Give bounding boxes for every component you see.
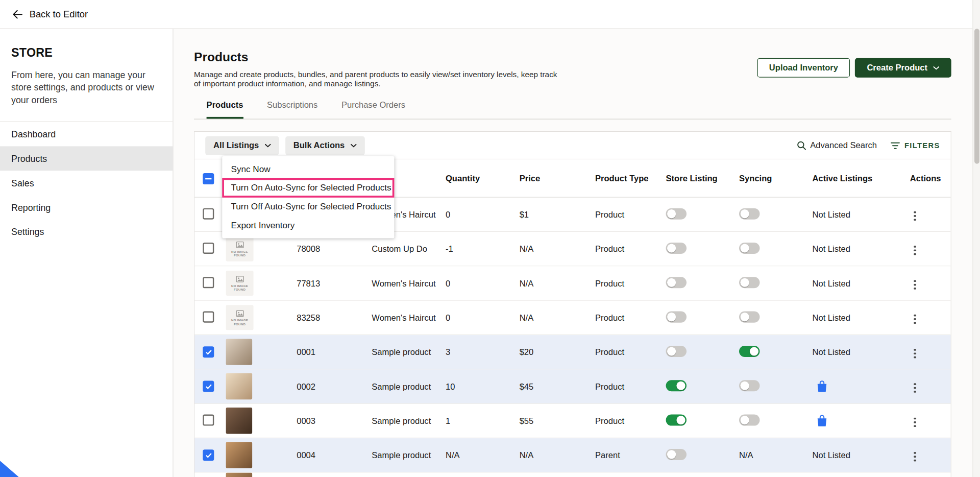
row-checkbox[interactable]: [203, 346, 214, 357]
product-name: Women's Haircut: [372, 313, 446, 322]
sidebar-item-dashboard[interactable]: Dashboard: [0, 122, 173, 147]
bulk-menu-item[interactable]: Sync Now: [222, 159, 394, 178]
syncing-toggle[interactable]: [739, 311, 760, 322]
store-listing-toggle[interactable]: [666, 208, 687, 219]
upload-inventory-button[interactable]: Upload Inventory: [757, 58, 850, 78]
row-actions-button[interactable]: [910, 449, 920, 464]
row-checkbox[interactable]: [203, 277, 214, 288]
product-image: [226, 339, 252, 365]
bulk-menu-item[interactable]: Turn Off Auto-Sync for Selected Products: [222, 197, 394, 216]
sidebar-nav: DashboardProductsSalesReportingSettings: [0, 122, 173, 244]
product-sku: 77813: [297, 278, 372, 288]
table-row: 0004Sample productN/AN/AParentN/ANot Lis…: [194, 438, 950, 472]
chevron-down-icon: [350, 144, 356, 147]
image-icon: [236, 275, 244, 282]
no-image-placeholder: NO IMAGE FOUND: [226, 236, 254, 261]
row-checkbox[interactable]: [203, 242, 214, 253]
row-actions-button[interactable]: [910, 380, 920, 395]
back-to-editor-button[interactable]: Back to Editor: [12, 9, 88, 19]
active-listings-label: Not Listed: [812, 210, 850, 219]
select-all-checkbox[interactable]: [203, 173, 214, 184]
sidebar-item-products[interactable]: Products: [0, 146, 173, 171]
row-checkbox[interactable]: [203, 449, 214, 461]
store-listing-toggle[interactable]: [666, 345, 687, 356]
row-actions-button[interactable]: [910, 312, 920, 326]
row-actions-button[interactable]: [910, 243, 920, 258]
upload-inventory-label: Upload Inventory: [769, 63, 838, 73]
page-description: Manage and create products, bundles, and…: [194, 70, 565, 89]
filters-button[interactable]: FILTERS: [891, 141, 940, 150]
row-actions-button[interactable]: [910, 277, 920, 292]
row-actions-button[interactable]: [910, 415, 920, 430]
create-product-button[interactable]: Create Product: [855, 58, 951, 78]
active-listings-label: Not Listed: [812, 450, 850, 460]
vertical-scrollbar[interactable]: [972, 0, 980, 477]
syncing-toggle[interactable]: [739, 414, 760, 425]
store-listing-toggle[interactable]: [666, 311, 687, 322]
syncing-toggle[interactable]: [739, 242, 760, 253]
sidebar: STORE From here, you can manage your sto…: [0, 29, 174, 477]
store-listing-toggle[interactable]: [666, 380, 687, 391]
tab-subscriptions[interactable]: Subscriptions: [267, 100, 317, 119]
product-price: N/A: [520, 244, 595, 253]
product-sku: 0001: [297, 347, 372, 356]
chevron-down-icon: [264, 144, 271, 147]
product-sku: 78008: [297, 244, 372, 253]
active-listings-label: Not Listed: [812, 313, 850, 322]
bulk-actions-dropdown[interactable]: Bulk Actions: [285, 136, 365, 155]
tabs-bar: ProductsSubscriptionsPurchase Orders: [194, 100, 951, 120]
store-listing-toggle[interactable]: [666, 277, 687, 288]
app-root: Back to Editor STORE From here, you can …: [0, 0, 980, 477]
sidebar-item-settings[interactable]: Settings: [0, 220, 173, 244]
page-header-actions: Upload Inventory Create Product: [757, 58, 951, 78]
product-price: N/A: [520, 278, 595, 288]
row-checkbox[interactable]: [203, 208, 214, 219]
product-image: [226, 442, 252, 468]
product-price: $1: [520, 210, 595, 219]
product-name: Sample product: [372, 347, 446, 356]
active-listings-label: Not Listed: [812, 347, 850, 356]
topbar: Back to Editor: [0, 0, 980, 29]
all-listings-label: All Listings: [213, 140, 259, 150]
row-checkbox[interactable]: [203, 380, 214, 392]
image-icon: [236, 310, 244, 317]
tab-products[interactable]: Products: [207, 100, 243, 119]
syncing-toggle[interactable]: [739, 208, 760, 219]
bulk-menu-item[interactable]: Turn On Auto-Sync for Selected Products: [222, 178, 394, 197]
sidebar-description: From here, you can manage your store set…: [11, 69, 161, 106]
column-header-store-listing: Store Listing: [666, 174, 739, 183]
syncing-toggle[interactable]: [739, 380, 760, 391]
row-actions-button[interactable]: [910, 346, 920, 361]
row-checkbox[interactable]: [203, 311, 214, 322]
sidebar-item-sales[interactable]: Sales: [0, 171, 173, 195]
bulk-menu-item[interactable]: Export Inventory: [222, 216, 394, 234]
row-actions-button[interactable]: [910, 208, 920, 223]
table-row: NO IMAGE FOUND83258Women's Haircut0N/APr…: [194, 301, 950, 335]
syncing-toggle[interactable]: [739, 345, 760, 356]
product-quantity: 10: [446, 381, 520, 391]
product-type: Product: [595, 381, 666, 391]
store-listing-toggle[interactable]: [666, 414, 687, 425]
row-checkbox[interactable]: [203, 414, 214, 425]
product-quantity: N/A: [446, 450, 520, 460]
all-listings-dropdown[interactable]: All Listings: [205, 136, 279, 155]
scrollbar-thumb[interactable]: [974, 29, 979, 163]
table-row: NO IMAGE FOUND77813Women's Haircut0N/APr…: [194, 266, 950, 300]
syncing-toggle[interactable]: [739, 277, 760, 288]
advanced-search-button[interactable]: Advanced Search: [796, 140, 877, 150]
sidebar-title: STORE: [11, 46, 161, 60]
tab-purchase-orders[interactable]: Purchase Orders: [341, 100, 405, 119]
page-header-titles: Products Manage and create products, bun…: [194, 50, 565, 89]
table-row: [194, 472, 950, 477]
active-listings-label: Not Listed: [812, 278, 850, 288]
filters-label: FILTERS: [904, 141, 940, 150]
product-sku: 0002: [297, 381, 372, 391]
sidebar-item-reporting[interactable]: Reporting: [0, 195, 173, 220]
product-name: Sample product: [372, 416, 446, 425]
store-listing-toggle[interactable]: [666, 242, 687, 253]
product-price: $55: [520, 416, 595, 425]
product-type: Product: [595, 278, 666, 288]
store-listing-toggle[interactable]: [666, 448, 687, 460]
column-header-syncing: Syncing: [739, 174, 812, 183]
product-quantity: -1: [446, 244, 520, 253]
